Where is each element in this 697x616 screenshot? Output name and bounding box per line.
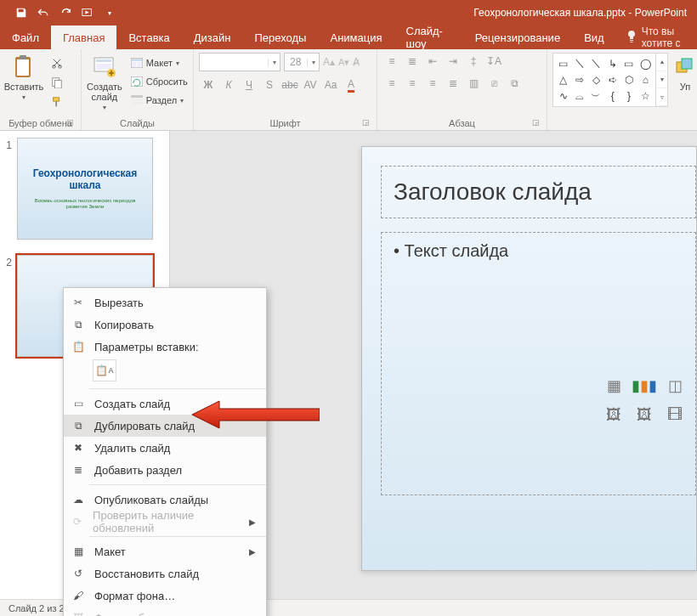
current-slide[interactable]: Заголовок слайда Текст слайда ▦ ▮▮▮ ◫ 🖼 …: [361, 146, 697, 571]
shape-arc-icon[interactable]: ︶: [588, 88, 604, 105]
shape-curve-icon[interactable]: ∿: [555, 88, 571, 105]
new-slide-button[interactable]: Создать слайд ▾: [87, 53, 122, 111]
paste-button[interactable]: Вставить ▾: [5, 53, 42, 101]
tell-me-search[interactable]: Что вы хотите с: [626, 25, 697, 49]
layout-button[interactable]: Макет▾: [128, 54, 191, 71]
menu-format-background[interactable]: 🖌 Формат фона…: [64, 585, 266, 607]
undo-icon[interactable]: [32, 1, 54, 25]
decrease-indent-icon[interactable]: ⇤: [423, 53, 442, 70]
shape-line-icon[interactable]: ＼: [571, 55, 587, 71]
menu-layout[interactable]: ▦ Макет ▶: [64, 540, 266, 562]
menu-add-section[interactable]: ≣ Добавить раздел: [64, 459, 266, 481]
gallery-scroll[interactable]: ▴ ▾ ▿: [656, 53, 668, 107]
smartart-icon[interactable]: ⧉: [505, 75, 524, 92]
shape-connector-icon[interactable]: ↳: [604, 55, 620, 71]
paste-keep-source-icon[interactable]: 📋A: [93, 359, 116, 381]
cut-icon[interactable]: [48, 54, 66, 71]
shape-rarrow-icon[interactable]: ⇨: [571, 71, 587, 88]
bullets-icon[interactable]: ≡: [382, 53, 401, 70]
dialog-launcher-icon[interactable]: ◲: [362, 118, 370, 127]
tab-animations[interactable]: Анимация: [318, 25, 394, 49]
tab-review[interactable]: Рецензирование: [463, 25, 572, 49]
shape-line2-icon[interactable]: ＼: [588, 55, 604, 71]
tab-slideshow[interactable]: Слайд-шоу: [394, 25, 463, 49]
increase-indent-icon[interactable]: ⇥: [444, 53, 462, 70]
change-case-icon[interactable]: Aa: [321, 76, 340, 93]
font-size-combo[interactable]: 28▾: [284, 53, 320, 71]
shape-diamond-icon[interactable]: ◇: [588, 71, 604, 88]
italic-icon[interactable]: К: [219, 76, 238, 93]
insert-smartart-icon[interactable]: ◫: [663, 376, 687, 396]
menu-restore-slide[interactable]: ↺ Восстановить слайд: [64, 562, 266, 585]
font-color-icon[interactable]: A: [342, 76, 360, 93]
increase-font-icon[interactable]: A▴: [323, 56, 335, 68]
line-spacing-icon[interactable]: ‡: [464, 53, 483, 70]
strikethrough-icon[interactable]: abc: [280, 76, 299, 93]
menu-delete-slide[interactable]: ✖ Удалить слайд: [64, 437, 266, 459]
insert-table-icon[interactable]: ▦: [602, 376, 626, 396]
chevron-down-icon: ▾: [22, 93, 26, 101]
section-button[interactable]: Раздел▾: [128, 92, 191, 109]
align-right-icon[interactable]: ≡: [423, 75, 442, 92]
arrange-button[interactable]: Уп: [673, 53, 697, 92]
save-icon[interactable]: [10, 1, 32, 25]
tab-insert[interactable]: Вставка: [116, 25, 181, 49]
reset-button[interactable]: Сбросить: [128, 73, 191, 90]
start-from-beginning-icon[interactable]: [76, 1, 99, 25]
bold-icon[interactable]: Ж: [199, 76, 218, 93]
copy-icon[interactable]: [48, 74, 66, 91]
menu-cut[interactable]: ✂ Вырезать: [64, 291, 266, 314]
tab-file[interactable]: Файл: [0, 25, 51, 49]
menu-publish-slides[interactable]: ☁ Опубликовать слайды: [64, 489, 266, 511]
clear-formatting-icon[interactable]: A̷: [353, 56, 360, 68]
justify-icon[interactable]: ≣: [444, 75, 462, 92]
shapes-gallery[interactable]: ▭ ＼ ＼ ↳ ▭ ◯ △ ⇨ ◇ ➪ ⬡ ⌂ ∿ ⌓ ︶ { }: [552, 53, 656, 107]
gallery-down-icon[interactable]: ▾: [656, 71, 667, 89]
thumb-preview-1[interactable]: Геохронологическая шкала Восемь основных…: [17, 138, 153, 240]
text-direction-icon[interactable]: ↧A: [484, 53, 503, 70]
shadow-icon[interactable]: S: [260, 76, 279, 93]
tab-design[interactable]: Дизайн: [182, 25, 243, 49]
dialog-launcher-icon[interactable]: ◲: [532, 118, 540, 127]
gallery-up-icon[interactable]: ▴: [656, 54, 667, 71]
tab-transitions[interactable]: Переходы: [242, 25, 318, 49]
tab-home[interactable]: Главная: [51, 25, 116, 49]
shape-star-icon[interactable]: ☆: [638, 88, 654, 105]
align-text-icon[interactable]: ⎚: [484, 75, 503, 92]
tab-view[interactable]: Вид: [572, 25, 616, 49]
redo-icon[interactable]: [54, 1, 76, 25]
qat-customize-icon[interactable]: ▾: [99, 1, 121, 25]
insert-online-picture-icon[interactable]: 🖼: [632, 404, 656, 425]
insert-chart-icon[interactable]: ▮▮▮: [632, 376, 656, 396]
shape-callout-icon[interactable]: ⌂: [638, 71, 654, 88]
font-family-combo[interactable]: ▾: [199, 53, 280, 71]
shape-textbox-icon[interactable]: ▭: [555, 55, 571, 71]
align-center-icon[interactable]: ≡: [403, 75, 422, 92]
shape-para-icon[interactable]: ⌓: [571, 88, 587, 105]
gallery-more-icon[interactable]: ▿: [656, 88, 667, 106]
group-clipboard: Вставить ▾ Буфер обмена ◲: [0, 49, 82, 130]
numbering-icon[interactable]: ≣: [403, 53, 422, 70]
align-left-icon[interactable]: ≡: [382, 75, 401, 92]
shape-rect-icon[interactable]: ▭: [620, 55, 637, 71]
shape-oval-icon[interactable]: ◯: [638, 55, 654, 71]
insert-video-icon[interactable]: 🎞: [663, 404, 687, 425]
shape-triangle-icon[interactable]: △: [555, 71, 571, 88]
columns-icon[interactable]: ▥: [464, 75, 483, 92]
shape-brace2-icon[interactable]: }: [620, 88, 637, 105]
title-placeholder[interactable]: Заголовок слайда: [381, 166, 696, 218]
underline-icon[interactable]: Ч: [240, 76, 258, 93]
menu-copy[interactable]: ⧉ Копировать: [64, 314, 266, 336]
char-spacing-icon[interactable]: AV: [301, 76, 320, 93]
decrease-font-icon[interactable]: A▾: [338, 57, 349, 68]
format-painter-icon[interactable]: [48, 93, 66, 110]
body-placeholder[interactable]: Текст слайда ▦ ▮▮▮ ◫ 🖼 🖼 🎞: [381, 232, 696, 495]
status-slide-count[interactable]: Слайд 2 из 2: [8, 603, 65, 613]
shape-hex-icon[interactable]: ⬡: [620, 71, 637, 88]
insert-picture-icon[interactable]: 🖼: [602, 404, 626, 425]
thumbnail-1[interactable]: 1 Геохронологическая шкала Восемь основн…: [3, 138, 162, 240]
shape-arrow-icon[interactable]: ➪: [604, 71, 620, 88]
dialog-launcher-icon[interactable]: ◲: [66, 118, 74, 127]
copy-icon: ⧉: [71, 319, 86, 331]
shape-brace-icon[interactable]: {: [604, 88, 620, 105]
